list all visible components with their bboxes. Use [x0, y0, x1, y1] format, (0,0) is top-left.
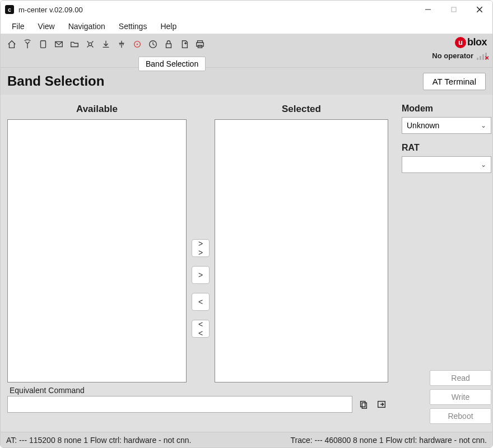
- target-icon[interactable]: [132, 39, 143, 50]
- svg-rect-1: [452, 7, 456, 12]
- svg-rect-12: [197, 43, 204, 46]
- move-left-button[interactable]: <: [192, 293, 210, 311]
- maximize-button[interactable]: [441, 1, 467, 18]
- modem-label: Modem: [402, 104, 491, 114]
- window-titlebar: c m-center v.02.09.00: [1, 1, 492, 18]
- content-area: Available > > > < < < Selected: [1, 95, 492, 432]
- menu-help[interactable]: Help: [155, 21, 182, 32]
- svg-rect-10: [166, 44, 171, 48]
- print-icon[interactable]: [194, 39, 206, 50]
- rat-label: RAT: [402, 143, 491, 153]
- statusbar: AT: --- 115200 8 none 1 Flow ctrl: hardw…: [1, 432, 492, 447]
- svg-point-8: [137, 44, 138, 45]
- equivalent-label: Equivalent Command: [10, 386, 388, 395]
- brand-logo: u blox: [455, 36, 487, 48]
- status-right: Trace: --- 460800 8 none 1 Flow ctrl: ha…: [291, 436, 487, 445]
- page-header: Band Selection AT Terminal: [1, 68, 492, 95]
- window-title: m-center v.02.09.00: [18, 6, 83, 14]
- read-button[interactable]: Read: [430, 370, 491, 386]
- folder-icon[interactable]: [69, 39, 80, 50]
- download-icon[interactable]: [100, 39, 111, 50]
- modem-value: Unknown: [407, 121, 439, 130]
- reboot-button[interactable]: Reboot: [430, 408, 491, 424]
- selected-label: Selected: [215, 104, 388, 115]
- available-listbox[interactable]: [7, 119, 187, 382]
- clock-icon[interactable]: [147, 39, 159, 50]
- equivalent-command-input[interactable]: [7, 396, 352, 413]
- antenna-icon[interactable]: [22, 39, 33, 50]
- menubar: File View Navigation Settings Help: [1, 18, 492, 34]
- status-left: AT: --- 115200 8 none 1 Flow ctrl: hardw…: [6, 436, 191, 445]
- svg-rect-14: [361, 402, 365, 407]
- signal-icon: ✕: [477, 52, 487, 60]
- toolbar: Band Selection u blox No operator ✕: [1, 34, 492, 68]
- svg-point-6: [89, 43, 91, 45]
- send-icon[interactable]: [375, 398, 388, 411]
- export-icon[interactable]: [179, 39, 190, 50]
- home-icon[interactable]: [6, 39, 17, 50]
- app-icon: c: [5, 5, 14, 14]
- svg-rect-4: [41, 41, 46, 48]
- move-all-left-button[interactable]: < <: [192, 320, 210, 338]
- available-label: Available: [7, 104, 187, 115]
- at-terminal-button[interactable]: AT Terminal: [423, 73, 486, 90]
- chevron-down-icon: ⌄: [481, 122, 486, 129]
- mail-icon[interactable]: [53, 39, 64, 50]
- selected-listbox[interactable]: [215, 119, 388, 382]
- chevron-down-icon: ⌄: [481, 161, 486, 169]
- move-right-button[interactable]: >: [192, 266, 210, 284]
- move-all-right-button[interactable]: > >: [192, 239, 210, 257]
- window-controls: [415, 1, 492, 18]
- menu-view[interactable]: View: [32, 21, 61, 32]
- lock-icon[interactable]: [163, 39, 174, 50]
- copy-icon[interactable]: [357, 398, 370, 411]
- svg-rect-15: [362, 403, 366, 408]
- operator-status: No operator: [432, 52, 473, 60]
- tablet-icon[interactable]: [38, 39, 49, 50]
- rat-dropdown[interactable]: ⌄: [402, 156, 491, 173]
- toolbar-tooltip: Band Selection: [138, 57, 206, 71]
- minimize-button[interactable]: [415, 1, 441, 18]
- page-title: Band Selection: [7, 73, 104, 89]
- menu-settings[interactable]: Settings: [113, 21, 153, 32]
- write-button[interactable]: Write: [430, 389, 491, 405]
- close-button[interactable]: [467, 1, 492, 18]
- menu-navigation[interactable]: Navigation: [63, 21, 111, 32]
- tree-icon[interactable]: [116, 39, 127, 50]
- modem-dropdown[interactable]: Unknown ⌄: [402, 117, 491, 134]
- satellite-icon[interactable]: [85, 39, 96, 50]
- menu-file[interactable]: File: [6, 21, 30, 32]
